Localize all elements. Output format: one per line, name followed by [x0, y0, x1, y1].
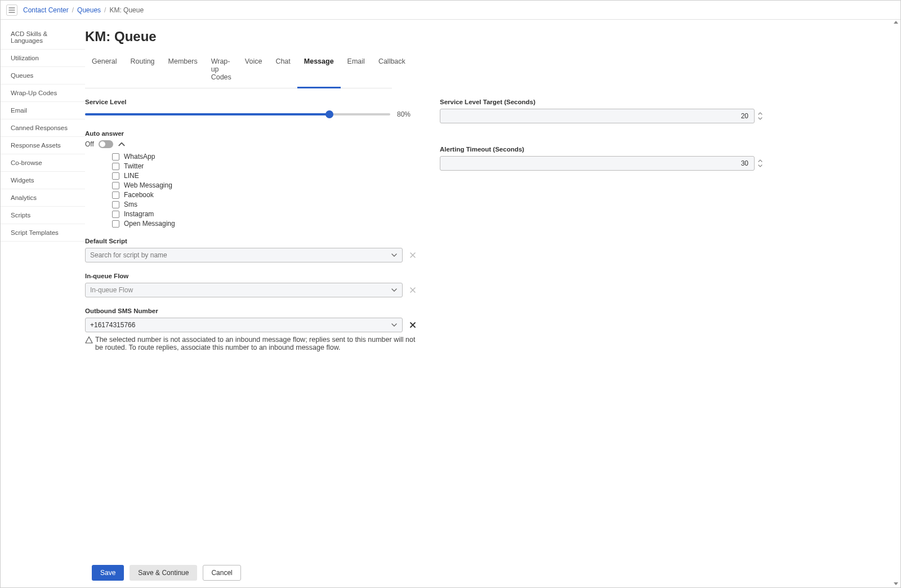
check-web-messaging[interactable]: Web Messaging	[112, 181, 417, 189]
sidebar-item-email[interactable]: Email	[1, 102, 85, 119]
auto-answer-toggle[interactable]	[99, 140, 113, 148]
combo-placeholder: Search for script by name	[90, 251, 167, 259]
form-left-col: Service Level 80% Auto answer Off	[85, 99, 417, 351]
sidebar-item-acd-skills[interactable]: ACD Skills & Languages	[1, 25, 85, 50]
checkbox[interactable]	[112, 182, 119, 189]
at-step-down[interactable]	[757, 163, 764, 169]
tabs: General Routing Members Wrap-up Codes Vo…	[85, 52, 392, 88]
auto-answer-label: Auto answer	[85, 130, 417, 137]
clear-default-script[interactable]	[408, 251, 417, 260]
sidebar-item-scripts[interactable]: Scripts	[1, 207, 85, 224]
at-step-up[interactable]	[757, 158, 764, 163]
checkbox[interactable]	[112, 172, 119, 180]
check-label: Sms	[124, 201, 137, 208]
caret-down-icon	[758, 164, 762, 168]
breadcrumb-queues[interactable]: Queues	[77, 6, 101, 14]
check-twitter[interactable]: Twitter	[112, 162, 417, 170]
content: KM: Queue General Routing Members Wrap-u…	[85, 20, 900, 587]
close-icon	[409, 252, 416, 259]
sidebar-item-script-templates[interactable]: Script Templates	[1, 224, 85, 242]
footer-actions: Save Save & Continue Cancel	[92, 565, 241, 581]
tab-chat[interactable]: Chat	[269, 53, 297, 88]
check-whatsapp[interactable]: WhatsApp	[112, 153, 417, 161]
outbound-sms-combo[interactable]: +16174315766	[85, 318, 403, 332]
sidebar-item-wrap-up-codes[interactable]: Wrap-Up Codes	[1, 84, 85, 102]
form-right-col: Service Level Target (Seconds) Alerting …	[440, 99, 764, 351]
check-sms[interactable]: Sms	[112, 201, 417, 208]
alerting-timeout-label: Alerting Timeout (Seconds)	[440, 146, 764, 153]
cancel-button[interactable]: Cancel	[203, 565, 240, 581]
tab-wrap-up-codes[interactable]: Wrap-up Codes	[204, 53, 238, 88]
combo-value: In-queue Flow	[90, 286, 133, 294]
service-level-target-label: Service Level Target (Seconds)	[440, 99, 764, 105]
checkbox[interactable]	[112, 220, 119, 228]
tab-message[interactable]: Message	[297, 53, 341, 88]
sidebar-item-widgets[interactable]: Widgets	[1, 172, 85, 189]
slt-step-up[interactable]	[757, 110, 764, 116]
breadcrumb-sep: /	[104, 6, 106, 14]
outbound-sms-warning: The selected number is not associated to…	[85, 336, 417, 351]
in-queue-flow-label: In-queue Flow	[85, 273, 417, 279]
outbound-sms-label: Outbound SMS Number	[85, 308, 417, 314]
alerting-timeout-input[interactable]	[440, 156, 755, 171]
clear-outbound-sms[interactable]	[408, 320, 417, 329]
close-icon	[409, 287, 416, 293]
clear-in-queue-flow[interactable]	[408, 286, 417, 295]
slider-thumb[interactable]	[325, 110, 333, 118]
hamburger-icon	[8, 7, 15, 14]
checkbox[interactable]	[112, 163, 119, 170]
form-area: Service Level 80% Auto answer Off	[85, 99, 893, 351]
checkbox[interactable]	[112, 211, 119, 218]
page-title: KM: Queue	[85, 29, 893, 44]
check-facebook[interactable]: Facebook	[112, 191, 417, 199]
slt-step-down[interactable]	[757, 116, 764, 122]
sidebar-item-analytics[interactable]: Analytics	[1, 189, 85, 207]
checkbox[interactable]	[112, 153, 119, 161]
service-level-target-input[interactable]	[440, 109, 755, 123]
close-icon	[409, 322, 416, 328]
check-line[interactable]: LINE	[112, 172, 417, 180]
auto-answer-off-label: Off	[85, 140, 94, 148]
sidebar-item-queues[interactable]: Queues	[1, 67, 85, 84]
warning-icon	[85, 336, 93, 344]
tab-routing[interactable]: Routing	[123, 53, 161, 88]
service-level-row: 80%	[85, 109, 417, 120]
chevron-up-icon[interactable]	[118, 140, 126, 148]
combo-value: +16174315766	[90, 321, 135, 329]
tab-callback[interactable]: Callback	[372, 53, 412, 88]
menu-toggle-button[interactable]	[6, 5, 17, 16]
sidebar-item-response-assets[interactable]: Response Assets	[1, 137, 85, 154]
chevron-down-icon	[391, 322, 398, 328]
chevron-down-icon	[391, 252, 398, 259]
auto-answer-row: Off	[85, 140, 417, 148]
checkbox[interactable]	[112, 191, 119, 199]
default-script-combo[interactable]: Search for script by name	[85, 248, 403, 262]
toggle-knob	[100, 141, 105, 147]
warning-text: The selected number is not associated to…	[95, 336, 417, 351]
check-label: Twitter	[124, 162, 144, 170]
tab-voice[interactable]: Voice	[238, 53, 269, 88]
sidebar-item-canned-responses[interactable]: Canned Responses	[1, 119, 85, 137]
checkbox[interactable]	[112, 201, 119, 208]
main-area: ACD Skills & Languages Utilization Queue…	[1, 20, 900, 587]
caret-down-icon	[758, 117, 762, 121]
check-label: LINE	[124, 172, 139, 180]
tab-general[interactable]: General	[85, 53, 123, 88]
check-instagram[interactable]: Instagram	[112, 210, 417, 218]
in-queue-flow-combo[interactable]: In-queue Flow	[85, 283, 403, 297]
slt-spinner	[757, 109, 764, 123]
service-level-slider[interactable]	[85, 109, 390, 120]
check-open-messaging[interactable]: Open Messaging	[112, 220, 417, 228]
tab-email[interactable]: Email	[341, 53, 372, 88]
save-button[interactable]: Save	[92, 565, 124, 581]
caret-up-icon	[758, 159, 762, 162]
breadcrumb-contact-center[interactable]: Contact Center	[23, 6, 69, 14]
save-continue-button[interactable]: Save & Continue	[130, 565, 197, 581]
caret-up-icon	[758, 112, 762, 115]
sidebar-item-co-browse[interactable]: Co-browse	[1, 154, 85, 172]
chevron-down-icon	[391, 287, 398, 293]
auto-answer-options: WhatsApp Twitter LINE Web Messaging Face…	[112, 153, 417, 228]
sidebar-item-utilization[interactable]: Utilization	[1, 50, 85, 67]
tab-members[interactable]: Members	[162, 53, 204, 88]
service-level-label: Service Level	[85, 99, 417, 105]
